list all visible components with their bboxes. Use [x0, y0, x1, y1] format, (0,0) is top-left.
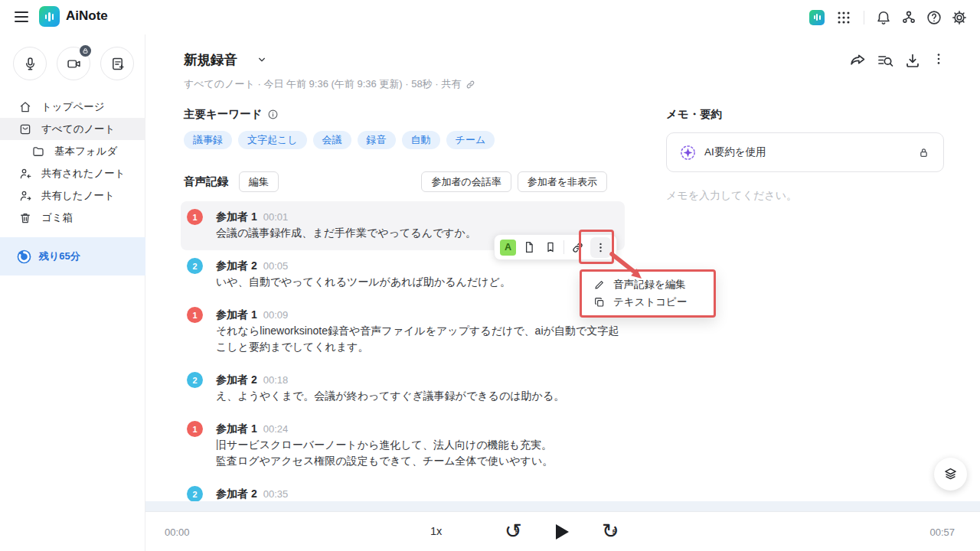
keyword-tag[interactable]: 録音: [358, 131, 396, 149]
participant-name: 参加者 1: [216, 422, 257, 436]
add-to-note-icon[interactable]: [521, 239, 537, 256]
trash-icon: [18, 211, 32, 225]
pencil-icon: [593, 279, 606, 291]
player-current-time: 00:00: [165, 527, 190, 538]
highlight-text-icon[interactable]: A: [500, 240, 516, 256]
bookmark-icon[interactable]: [542, 239, 559, 256]
keyword-tag[interactable]: 議事録: [184, 131, 232, 149]
edit-transcript-button[interactable]: 編集: [239, 171, 279, 192]
participant-avatar: 2: [187, 372, 203, 388]
sidebar-item-trash[interactable]: ゴミ箱: [0, 207, 145, 229]
sidebar-item-shared-by-me[interactable]: 共有したノート: [0, 184, 145, 207]
top-bar: AiNote: [0, 0, 980, 34]
info-icon[interactable]: [267, 109, 279, 120]
app-name: AiNote: [66, 8, 108, 24]
forward-5-button[interactable]: ↻5: [602, 520, 626, 544]
sidebar-item-top-page[interactable]: トップページ: [0, 96, 145, 118]
participant-avatar: 1: [187, 209, 203, 225]
sidebar-item-label: トップページ: [41, 100, 105, 114]
segment-timestamp[interactable]: 00:35: [263, 488, 289, 500]
segment-hover-toolbar: A: [494, 234, 617, 260]
segment-text-line: いや、自動でやってくれるツールがあれば助かるんだけど。: [216, 274, 625, 290]
share-link-icon[interactable]: [465, 79, 476, 90]
app-window: AiNote: [0, 0, 980, 551]
segment-text-line: 監査ログやアクセス権限の設定もできて、チーム全体で使いやすい。: [216, 453, 625, 469]
search-transcript-icon[interactable]: [876, 51, 894, 70]
rewind-5-button[interactable]: ↺5: [505, 520, 529, 544]
keyword-tag[interactable]: チーム: [446, 131, 495, 149]
segment-text-line: それならlineworksinote録音や音声ファイルをアップするだけで、aiが…: [216, 323, 625, 355]
ai-sparkle-icon: [680, 145, 696, 161]
organization-icon[interactable]: [900, 9, 917, 26]
transcript-row[interactable]: 2 参加者 2 00:18 え、ようやくまで。会議が終わってすぐぎ議事録ができる…: [181, 364, 625, 413]
lock-icon: [80, 45, 91, 57]
participant-avatar: 2: [187, 486, 203, 501]
segment-text: 旧サービスクローバーノートから進化して、法人向けの機能も充実。監査ログやアクセス…: [216, 437, 625, 469]
player-progress-strip: [145, 501, 980, 511]
download-icon[interactable]: [903, 51, 922, 70]
settings-gear-icon[interactable]: [951, 9, 968, 26]
memo-input-placeholder[interactable]: メモを入力してください。: [666, 189, 797, 203]
note-title: 新規録音: [184, 51, 237, 69]
segment-timestamp[interactable]: 00:24: [263, 423, 289, 435]
participant-name: 参加者 1: [216, 308, 257, 322]
folder-icon: [31, 145, 45, 158]
note-meta: すべてのノート · 今日 午前 9:36 (午前 9:36 更新) · 58秒 …: [184, 77, 476, 91]
transcript-row[interactable]: 1 参加者 1 00:24 旧サービスクローバーノートから進化して、法人向けの機…: [181, 413, 625, 478]
menu-item-edit-transcript[interactable]: 音声記録を編集: [582, 278, 714, 292]
help-icon[interactable]: [926, 9, 942, 26]
segment-timestamp[interactable]: 00:05: [263, 260, 289, 272]
keyword-tag[interactable]: 自動: [402, 131, 440, 149]
segment-timestamp[interactable]: 00:01: [263, 211, 289, 223]
menu-item-label: テキストコピー: [613, 295, 687, 309]
record-audio-button[interactable]: [13, 47, 47, 80]
menu-item-copy-text[interactable]: テキストコピー: [582, 295, 714, 309]
segment-timestamp[interactable]: 00:18: [263, 374, 289, 386]
record-video-button[interactable]: [57, 47, 90, 80]
service-logo-icon[interactable]: [809, 10, 825, 25]
playback-speed-button[interactable]: 1x: [430, 525, 442, 537]
layers-fab-button[interactable]: [934, 458, 967, 491]
participant-name: 参加者 2: [216, 487, 257, 501]
segment-timestamp[interactable]: 00:09: [263, 309, 289, 321]
chevron-down-icon[interactable]: [256, 54, 268, 66]
sidebar-nav: トップページ すべてのノート 基本フォルダ 共有されたノート 共有したノート ゴ…: [0, 96, 145, 229]
play-button[interactable]: [552, 522, 572, 542]
sidebar-item-shared-with-me[interactable]: 共有されたノート: [0, 162, 145, 184]
keyword-tag[interactable]: 文字起こし: [238, 131, 307, 149]
ai-summary-button[interactable]: AI要約を使用: [666, 132, 944, 172]
keyword-tag[interactable]: 会議: [313, 131, 351, 149]
divider: [564, 240, 564, 254]
segment-text: え、ようやくまで。会議が終わってすぐぎ議事録ができるのは助かる。: [216, 388, 625, 404]
sidebar-item-label: 共有したノート: [41, 189, 115, 203]
menu-item-label: 音声記録を編集: [613, 278, 686, 292]
remaining-time-banner[interactable]: 残り65分: [0, 237, 145, 276]
player-total-time: 00:57: [929, 527, 955, 538]
share-icon[interactable]: [848, 51, 867, 70]
menu-icon[interactable]: [12, 8, 31, 26]
talk-ratio-button[interactable]: 参加者の会話率: [421, 171, 511, 192]
memo-panel-title: メモ・要約: [666, 107, 722, 122]
ai-summary-label: AI要約を使用: [704, 145, 766, 159]
notification-bell-icon[interactable]: [875, 9, 892, 26]
audio-player-bar: 00:00 1x ↺5 ↻5 00:57: [145, 511, 980, 551]
segment-more-button[interactable]: [590, 237, 611, 258]
sidebar-item-label: 基本フォルダ: [54, 145, 117, 158]
new-note-button[interactable]: [100, 47, 134, 80]
apps-grid-icon[interactable]: [835, 9, 852, 26]
hide-participants-button[interactable]: 参加者を非表示: [518, 171, 607, 192]
sidebar-item-basic-folder[interactable]: 基本フォルダ: [0, 140, 145, 162]
transcript-row[interactable]: 1 参加者 1 00:09 それならlineworksinote録音や音声ファイ…: [181, 299, 625, 364]
note-meta-text: すべてのノート · 今日 午前 9:36 (午前 9:36 更新) · 58秒 …: [184, 77, 461, 91]
participant-name: 参加者 1: [216, 210, 257, 224]
copy-icon: [593, 296, 606, 308]
segment-context-menu: 音声記録を編集 テキストコピー: [580, 269, 716, 318]
play-icon: [556, 524, 569, 540]
link-icon[interactable]: [569, 239, 586, 256]
sidebar-item-all-notes[interactable]: すべてのノート: [0, 118, 145, 140]
participant-avatar: 1: [187, 307, 203, 323]
transcript-row[interactable]: 2 参加者 2 00:35: [181, 478, 625, 501]
more-vertical-icon[interactable]: [931, 51, 946, 70]
participant-avatar: 1: [187, 421, 203, 437]
sidebar-item-label: 共有されたノート: [41, 167, 126, 181]
